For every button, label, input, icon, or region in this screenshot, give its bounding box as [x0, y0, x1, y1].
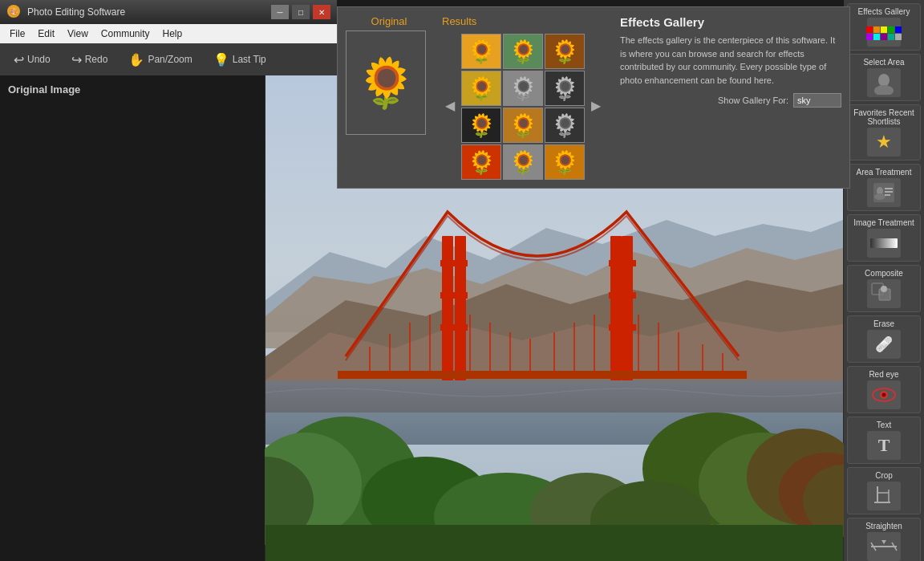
crop-icon	[873, 485, 895, 507]
toolbar: ↩ Undo ↪ Redo ✋ Pan/Zoom 💡 Last Tip	[0, 43, 337, 75]
composite-icon	[871, 283, 897, 305]
sidebar-item-favorites[interactable]: Favorites Recent Shortlists ★	[847, 104, 921, 161]
menu-edit[interactable]: Edit	[31, 26, 61, 41]
original-col-title: Original	[371, 15, 407, 27]
effect-thumb-4[interactable]: 🌻	[461, 71, 501, 106]
effects-gallery-title: Effects Gallery	[620, 15, 841, 29]
effect-thumb-3[interactable]: 🌻	[545, 34, 585, 69]
straighten-icon-area	[867, 532, 901, 561]
sidebar-item-select-area[interactable]: Select Area	[847, 54, 921, 101]
svg-rect-14	[622, 236, 633, 380]
sidebar-item-area-treatment[interactable]: Area Treatment	[847, 164, 921, 211]
effects-dialog: Original 🌻 Results ◀ 🌻 🌻 🌻 🌻 🌻 🌻 🌻	[337, 6, 850, 189]
undo-icon: ↩	[14, 52, 24, 67]
sidebar-red-eye-label: Red eye	[869, 370, 898, 379]
effect-thumb-12[interactable]: 🌻	[545, 144, 585, 180]
svg-rect-9	[455, 236, 466, 380]
effect-thumb-10[interactable]: 🌻	[461, 144, 501, 180]
svg-rect-34	[338, 371, 747, 379]
effect-thumb-7[interactable]: 🌻	[461, 108, 501, 143]
last-tip-label: Last Tip	[233, 54, 266, 65]
window-controls: ─ □ ✕	[271, 5, 330, 19]
menu-view[interactable]: View	[61, 26, 95, 41]
original-image-panel: Original Image	[0, 75, 265, 561]
next-arrow[interactable]: ▶	[588, 96, 604, 115]
sidebar-item-text[interactable]: Text T	[847, 417, 921, 464]
sidebar-straighten-label: Straighten	[865, 522, 902, 531]
sidebar-item-composite[interactable]: Composite	[847, 265, 921, 312]
svg-point-52	[874, 193, 886, 200]
svg-rect-10	[440, 260, 468, 266]
cursor-on-thumb	[462, 108, 500, 142]
menu-help[interactable]: Help	[156, 26, 189, 41]
tip-icon: 💡	[213, 52, 229, 67]
erase-icon-area: 🩹	[867, 330, 901, 359]
effect-thumb-8[interactable]: 🌻	[503, 108, 543, 143]
sidebar-crop-label: Crop	[875, 471, 893, 480]
effect-thumb-2[interactable]: 🌻	[503, 34, 543, 69]
close-button[interactable]: ✕	[313, 5, 330, 19]
redo-button[interactable]: ↪ Redo	[64, 48, 116, 71]
pan-zoom-button[interactable]: ✋ Pan/Zoom	[121, 48, 199, 71]
sidebar-item-straighten[interactable]: Straighten	[847, 518, 921, 561]
sidebar-item-erase[interactable]: Erase 🩹	[847, 315, 921, 363]
sidebar-composite-label: Composite	[865, 269, 903, 278]
svg-rect-13	[610, 236, 622, 380]
app-icon: 🎨	[6, 4, 22, 20]
sidebar-item-effects-gallery[interactable]: Effects Gallery	[847, 3, 921, 51]
svg-rect-54	[885, 191, 893, 193]
crop-icon-area	[867, 482, 901, 510]
sidebar: Effects Gallery Select Area	[844, 0, 924, 561]
text-icon-area: T	[867, 431, 901, 460]
svg-text:🎨: 🎨	[9, 6, 19, 17]
redo-icon: ↪	[71, 52, 82, 67]
svg-point-49	[874, 85, 894, 95]
show-gallery-input[interactable]	[793, 93, 841, 108]
effect-thumb-1[interactable]: 🌻	[461, 34, 501, 69]
menu-file[interactable]: File	[3, 26, 31, 41]
erase-icon: 🩹	[875, 335, 893, 353]
red-eye-icon-area	[867, 380, 901, 409]
minimize-button[interactable]: ─	[271, 5, 289, 19]
menu-community[interactable]: Community	[95, 26, 156, 41]
prev-arrow[interactable]: ◀	[442, 96, 458, 115]
svg-marker-70	[881, 540, 886, 544]
svg-rect-16	[609, 292, 636, 299]
sidebar-item-red-eye[interactable]: Red eye	[847, 366, 921, 413]
select-area-icon-area	[867, 68, 901, 97]
undo-label: Undo	[27, 54, 51, 65]
sidebar-text-label: Text	[877, 421, 891, 429]
favorites-icon-area: ★	[867, 128, 901, 157]
sidebar-select-area-label: Select Area	[863, 58, 904, 67]
effects-grid: 🌻 🌻 🌻 🌻 🌻 🌻 🌻 🌻 🌻 🌻 🌻	[461, 34, 585, 180]
maximize-button[interactable]: □	[292, 5, 310, 19]
color-palette-icon	[866, 26, 902, 40]
svg-rect-15	[609, 260, 636, 266]
effect-thumb-9[interactable]: 🌻	[545, 108, 585, 143]
pan-icon: ✋	[128, 52, 144, 67]
sidebar-image-treatment-label: Image Treatment	[853, 218, 914, 227]
effect-thumb-11[interactable]: 🌻	[503, 144, 543, 180]
undo-button[interactable]: ↩ Undo	[6, 48, 58, 71]
svg-rect-8	[442, 236, 453, 380]
effect-thumb-5[interactable]: 🌻	[503, 71, 543, 106]
sidebar-item-image-treatment[interactable]: Image Treatment	[847, 214, 921, 262]
svg-rect-17	[609, 324, 636, 331]
area-treatment-icon	[872, 181, 896, 204]
original-thumb: 🌻	[346, 30, 426, 135]
effects-description: The effects gallery is the centerpiece o…	[620, 34, 841, 87]
redo-label: Redo	[85, 54, 108, 65]
last-tip-button[interactable]: 💡 Last Tip	[206, 48, 274, 71]
sidebar-item-crop[interactable]: Crop	[847, 467, 921, 514]
results-col-title: Results	[442, 15, 476, 27]
svg-point-62	[882, 393, 886, 397]
sidebar-erase-label: Erase	[873, 319, 894, 328]
effect-thumb-6[interactable]: 🌻	[545, 71, 585, 106]
red-eye-icon	[871, 386, 897, 404]
select-area-icon	[872, 71, 896, 95]
straighten-icon	[869, 538, 898, 555]
svg-rect-53	[885, 188, 893, 189]
title-text: Photo Editing Software	[27, 6, 125, 18]
svg-point-48	[878, 74, 890, 87]
menu-bar: File Edit View Community Help	[0, 24, 337, 43]
